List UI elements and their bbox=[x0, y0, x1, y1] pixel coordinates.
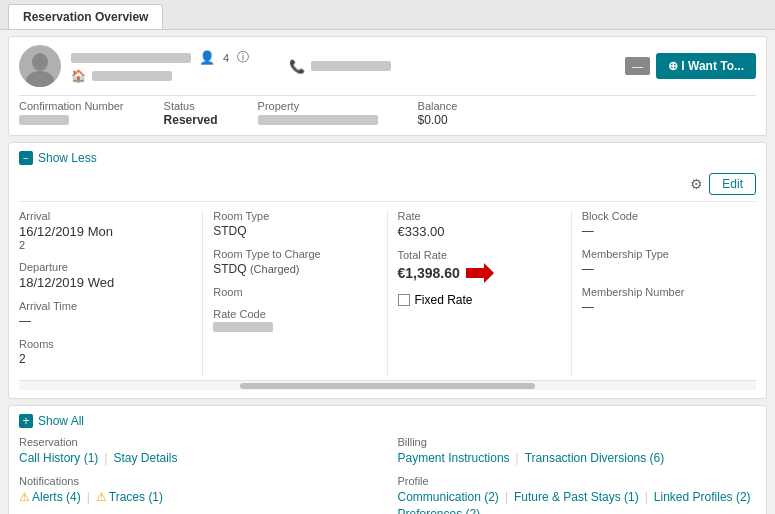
rate-code-bar bbox=[213, 322, 273, 332]
reservation-links: Call History (1) | Stay Details bbox=[19, 451, 378, 465]
room-type-item: Room Type STDQ bbox=[213, 210, 376, 238]
phone-icon: 📞 bbox=[289, 59, 305, 74]
departure-item: Departure 18/12/2019 Wed bbox=[19, 261, 192, 290]
status-label: Status bbox=[164, 100, 218, 112]
profile-section-bottom: Profile Communication (2) | Future & Pas… bbox=[398, 475, 757, 514]
arrival-time-value: — bbox=[19, 314, 192, 328]
tab-bar: Reservation Overview bbox=[0, 0, 775, 30]
rate-value: €333.00 bbox=[398, 224, 561, 239]
profile-links-row1: Communication (2) | Future & Past Stays … bbox=[398, 490, 757, 504]
address-bar bbox=[92, 71, 172, 81]
fixed-rate-checkbox[interactable] bbox=[398, 294, 410, 306]
fixed-rate-row: Fixed Rate bbox=[398, 293, 561, 307]
info-icon: ⓘ bbox=[237, 49, 249, 66]
billing-section: Billing Payment Instructions | Transacti… bbox=[398, 436, 757, 465]
confirmation-number-group: Confirmation Number bbox=[19, 100, 124, 127]
details-col-4: Block Code — Membership Type — Membershi… bbox=[572, 210, 756, 376]
room-label: Room bbox=[213, 286, 376, 298]
reservation-fields-row: Confirmation Number Status Reserved Prop… bbox=[19, 100, 756, 127]
svg-marker-3 bbox=[466, 263, 494, 283]
red-arrow-icon bbox=[466, 263, 494, 283]
main-wrapper: Reservation Overview 👤 4 bbox=[0, 0, 775, 514]
show-less-icon: − bbox=[19, 151, 33, 165]
show-all-label: Show All bbox=[38, 414, 84, 428]
show-all-row[interactable]: + Show All bbox=[19, 414, 756, 428]
i-want-to-button[interactable]: ⊕ I Want To... bbox=[656, 53, 756, 79]
rate-code-item: Rate Code bbox=[213, 308, 376, 332]
profile-section-label: Profile bbox=[398, 475, 757, 487]
avatar bbox=[19, 45, 61, 87]
details-col-2: Room Type STDQ Room Type to Charge STDQ … bbox=[203, 210, 387, 376]
arrival-time-label: Arrival Time bbox=[19, 300, 192, 312]
block-code-value: — bbox=[582, 224, 746, 238]
bottom-right-col: Billing Payment Instructions | Transacti… bbox=[398, 436, 757, 514]
total-rate-label: Total Rate bbox=[398, 249, 561, 261]
membership-type-item: Membership Type — bbox=[582, 248, 746, 276]
traces-warning-icon: ⚠ bbox=[96, 490, 107, 504]
rate-item: Rate €333.00 bbox=[398, 210, 561, 239]
notifications-section-label: Notifications bbox=[19, 475, 378, 487]
arrival-time-item: Arrival Time — bbox=[19, 300, 192, 328]
rooms-value: 2 bbox=[19, 352, 192, 366]
show-less-row[interactable]: − Show Less bbox=[19, 151, 756, 165]
balance-label: Balance bbox=[418, 100, 458, 112]
billing-links: Payment Instructions | Transaction Diver… bbox=[398, 451, 757, 465]
confirmation-number-value-bar bbox=[19, 115, 69, 125]
profile-links-row2: Preferences (2) bbox=[398, 507, 757, 514]
guests-count: 4 bbox=[223, 52, 229, 64]
notifications-section: Notifications ⚠ Alerts (4) | ⚠ Traces (1… bbox=[19, 475, 378, 504]
membership-number-value: — bbox=[582, 300, 746, 314]
room-type-charge-note: (Charged) bbox=[250, 263, 300, 275]
membership-number-label: Membership Number bbox=[582, 286, 746, 298]
details-col-1: Arrival 16/12/2019 Mon 2 Departure 18/12… bbox=[19, 210, 203, 376]
arrival-date: 16/12/2019 Mon bbox=[19, 224, 192, 239]
future-past-stays-link[interactable]: Future & Past Stays (1) bbox=[514, 490, 639, 504]
membership-number-item: Membership Number — bbox=[582, 286, 746, 314]
status-value: Reserved bbox=[164, 113, 218, 127]
bottom-card: + Show All Reservation Call History (1) … bbox=[8, 405, 767, 514]
preferences-link[interactable]: Preferences (2) bbox=[398, 507, 481, 514]
minimize-button[interactable]: — bbox=[625, 57, 650, 75]
arrival-label: Arrival bbox=[19, 210, 192, 222]
confirmation-number-label: Confirmation Number bbox=[19, 100, 124, 112]
balance-group: Balance $0.00 bbox=[418, 100, 458, 127]
room-type-charge-label: Room Type to Charge bbox=[213, 248, 376, 260]
block-code-label: Block Code bbox=[582, 210, 746, 222]
room-type-value: STDQ bbox=[213, 224, 376, 238]
property-value-bar bbox=[258, 115, 378, 125]
room-type-charge-text: STDQ bbox=[213, 262, 246, 276]
rooms-item: Rooms 2 bbox=[19, 338, 192, 366]
room-type-charge-item: Room Type to Charge STDQ (Charged) bbox=[213, 248, 376, 276]
arrival-nights: 2 bbox=[19, 239, 192, 251]
edit-row: ⚙ Edit bbox=[19, 173, 756, 195]
alerts-link[interactable]: Alerts (4) bbox=[32, 490, 81, 504]
billing-section-label: Billing bbox=[398, 436, 757, 448]
communication-link[interactable]: Communication (2) bbox=[398, 490, 499, 504]
room-type-label: Room Type bbox=[213, 210, 376, 222]
total-rate-item: Total Rate €1,398.60 bbox=[398, 249, 561, 283]
home-icon: 🏠 bbox=[71, 69, 86, 83]
details-grid: Arrival 16/12/2019 Mon 2 Departure 18/12… bbox=[19, 201, 756, 376]
membership-type-label: Membership Type bbox=[582, 248, 746, 260]
membership-type-value: — bbox=[582, 262, 746, 276]
stay-details-link[interactable]: Stay Details bbox=[113, 451, 177, 465]
name-bar bbox=[71, 53, 191, 63]
reservation-overview-tab[interactable]: Reservation Overview bbox=[8, 4, 163, 29]
profile-info: 👤 4 ⓘ 🏠 bbox=[71, 49, 249, 83]
scroll-bar[interactable] bbox=[19, 380, 756, 390]
edit-button[interactable]: Edit bbox=[709, 173, 756, 195]
linked-profiles-link[interactable]: Linked Profiles (2) bbox=[654, 490, 751, 504]
room-item: Room bbox=[213, 286, 376, 298]
transaction-diversions-link[interactable]: Transaction Diversions (6) bbox=[525, 451, 665, 465]
block-code-item: Block Code — bbox=[582, 210, 746, 238]
departure-label: Departure bbox=[19, 261, 192, 273]
status-group: Status Reserved bbox=[164, 100, 218, 127]
rooms-label: Rooms bbox=[19, 338, 192, 350]
gear-icon[interactable]: ⚙ bbox=[690, 176, 703, 192]
phone-section: 📞 bbox=[289, 59, 391, 74]
balance-value: $0.00 bbox=[418, 113, 458, 127]
property-label: Property bbox=[258, 100, 378, 112]
call-history-link[interactable]: Call History (1) bbox=[19, 451, 98, 465]
payment-instructions-link[interactable]: Payment Instructions bbox=[398, 451, 510, 465]
traces-link[interactable]: Traces (1) bbox=[109, 490, 163, 504]
